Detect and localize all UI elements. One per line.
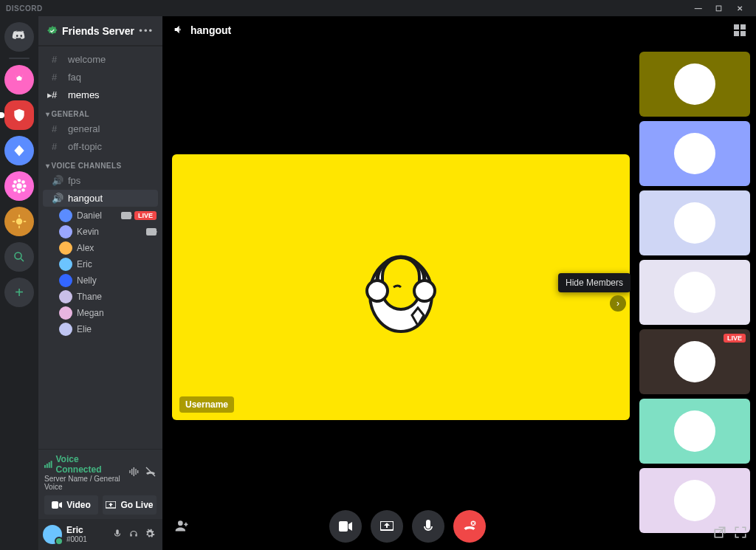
live-badge: LIVE: [134, 211, 157, 220]
svg-point-6: [21, 180, 25, 184]
member-avatar: [59, 274, 72, 287]
svg-point-3: [12, 185, 16, 188]
disconnect-icon[interactable]: [145, 466, 157, 480]
server-item[interactable]: [4, 207, 34, 236]
settings-icon[interactable]: [142, 529, 158, 541]
popout-icon[interactable]: [713, 526, 726, 541]
server-name: Friends Server: [62, 25, 139, 37]
voice-member[interactable]: Nelly: [38, 272, 162, 289]
svg-rect-18: [49, 462, 50, 468]
user-avatar[interactable]: [43, 525, 62, 544]
svg-rect-24: [137, 470, 138, 473]
speaker-icon: [173, 24, 185, 38]
channel-welcome[interactable]: #welcome: [43, 51, 158, 68]
participant-tile[interactable]: LIVE: [639, 329, 750, 394]
avatar-illustration: [342, 228, 460, 346]
svg-rect-22: [134, 467, 134, 476]
screen-icon: [106, 501, 116, 509]
channel-sidebar: Friends Server ••• #welcome #faq ▸#memes…: [38, 16, 162, 550]
avatar-circle: [674, 410, 715, 452]
svg-point-4: [23, 185, 27, 188]
server-menu-icon[interactable]: •••: [139, 25, 154, 36]
member-name: Nelly: [77, 275, 97, 286]
voice-member[interactable]: Thane: [38, 289, 162, 305]
home-button[interactable]: [4, 22, 34, 52]
participant-tile[interactable]: [639, 52, 750, 117]
voice-member[interactable]: Eric: [38, 256, 162, 272]
svg-rect-32: [339, 521, 348, 532]
voice-member[interactable]: DanielLIVE: [38, 207, 162, 224]
camera-icon: [121, 212, 131, 219]
username-plate: Username: [179, 396, 234, 413]
participant-tile[interactable]: [639, 121, 750, 186]
mic-button[interactable]: [412, 510, 444, 543]
explore-button[interactable]: [4, 242, 34, 272]
participant-tile[interactable]: [639, 399, 750, 464]
server-item[interactable]: [4, 171, 34, 201]
member-name: Elie: [77, 324, 92, 334]
avatar-circle: [674, 480, 715, 521]
svg-rect-17: [47, 464, 48, 468]
participant-column: LIVE: [639, 44, 750, 544]
svg-point-5: [13, 180, 17, 184]
svg-rect-23: [135, 469, 136, 475]
member-avatar: [59, 209, 72, 222]
svg-point-8: [21, 188, 25, 192]
member-avatar: [59, 258, 72, 271]
share-screen-button[interactable]: [371, 510, 403, 543]
category-voice[interactable]: ▾VOICE CHANNELS: [38, 156, 162, 171]
window-close[interactable]: ✕: [729, 4, 750, 13]
golive-button[interactable]: Go Live: [103, 495, 157, 515]
svg-rect-26: [52, 501, 58, 509]
deafen-icon[interactable]: [126, 529, 142, 541]
participant-tile[interactable]: [639, 468, 750, 533]
call-footer: [162, 510, 638, 543]
add-friend-icon[interactable]: [174, 518, 189, 535]
hangup-button[interactable]: [453, 510, 486, 543]
voice-channel-fps[interactable]: 🔊fps: [43, 172, 158, 189]
svg-point-2: [18, 190, 21, 193]
user-tag: #0001: [66, 535, 109, 543]
avatar-circle: [674, 133, 715, 174]
participant-tile[interactable]: [639, 260, 750, 325]
svg-point-0: [16, 183, 21, 188]
svg-point-29: [367, 281, 388, 301]
member-avatar: [59, 225, 72, 238]
server-header[interactable]: Friends Server •••: [38, 16, 162, 46]
add-server-button[interactable]: +: [4, 278, 34, 307]
voice-member[interactable]: Megan: [38, 305, 162, 321]
window-minimize[interactable]: —: [688, 4, 709, 13]
server-item[interactable]: [4, 136, 34, 165]
mute-icon[interactable]: [109, 529, 126, 541]
voice-member[interactable]: Kevin: [38, 224, 162, 240]
video-icon: [52, 501, 62, 509]
voice-member[interactable]: Alex: [38, 240, 162, 256]
server-item-selected[interactable]: [4, 100, 34, 130]
hide-members-button[interactable]: ›: [610, 295, 626, 312]
svg-point-9: [16, 219, 22, 224]
svg-rect-20: [129, 470, 130, 473]
voice-channel-hangout[interactable]: 🔊hangout: [43, 190, 158, 207]
grid-view-icon[interactable]: [734, 24, 746, 36]
svg-rect-21: [131, 469, 132, 475]
window-maximize[interactable]: ☐: [709, 4, 729, 13]
noise-suppression-icon[interactable]: [128, 466, 140, 480]
category-general[interactable]: ▾GENERAL: [38, 104, 162, 120]
fullscreen-icon[interactable]: [734, 526, 747, 541]
channel-general[interactable]: #general: [43, 120, 158, 137]
svg-point-30: [414, 281, 435, 301]
voice-member[interactable]: Elie: [38, 321, 162, 337]
voice-status-panel: Voice Connected Server Name / General Vo…: [38, 449, 162, 519]
channel-off-topic[interactable]: #off-topic: [43, 138, 158, 155]
svg-rect-16: [44, 465, 46, 468]
svg-point-31: [178, 520, 183, 526]
server-item[interactable]: [4, 65, 34, 94]
svg-point-7: [13, 188, 17, 192]
member-avatar: [59, 241, 72, 255]
camera-button[interactable]: [329, 510, 362, 543]
app-title: DISCORD: [6, 4, 43, 13]
participant-tile[interactable]: [639, 190, 750, 255]
channel-memes[interactable]: ▸#memes: [43, 86, 158, 103]
video-button[interactable]: Video: [44, 495, 98, 515]
channel-faq[interactable]: #faq: [43, 69, 158, 86]
